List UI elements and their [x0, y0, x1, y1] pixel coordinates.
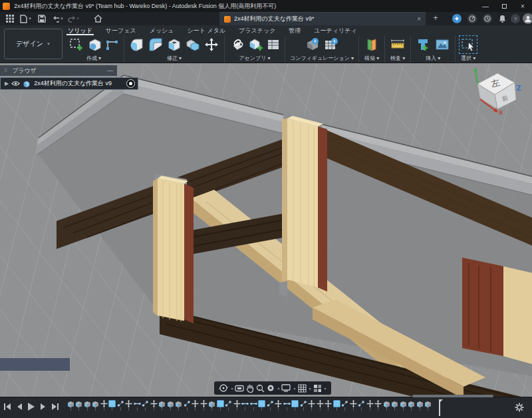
view-cube[interactable]: 左 前 X Z: [467, 65, 530, 115]
timeline-item-comp[interactable]: [158, 400, 167, 415]
timeline-settings-gear-icon[interactable]: [515, 403, 524, 415]
timeline-item-move[interactable]: [233, 400, 241, 415]
ribbon-tab-2[interactable]: メッシュ: [148, 26, 176, 35]
ribbon-tab-4[interactable]: プラスチック: [237, 26, 277, 35]
ribbon-tab-0[interactable]: ソリッド: [66, 26, 94, 35]
expand-chevron-icon[interactable]: ▶: [5, 81, 9, 87]
viewports-icon[interactable]: [313, 384, 322, 393]
tab-close-icon[interactable]: ×: [417, 15, 421, 23]
group-label-modify[interactable]: 修正 ▾: [167, 55, 182, 62]
display-settings-icon[interactable]: [281, 384, 291, 392]
move-copy-icon[interactable]: [203, 37, 219, 53]
timeline-item-joint[interactable]: [299, 400, 308, 415]
insert-canvas-icon[interactable]: [434, 37, 450, 53]
select-tool-icon[interactable]: [460, 37, 476, 53]
create-pattern-icon[interactable]: [106, 37, 119, 53]
group-label-inspect[interactable]: 検査 ▾: [390, 55, 405, 62]
timeline-item-bluebox[interactable]: [258, 400, 267, 415]
timeline-item-comp[interactable]: [66, 400, 75, 415]
ribbon-tab-5[interactable]: 管理: [287, 26, 302, 35]
timeline-item-jarrow[interactable]: [249, 400, 258, 415]
workspace-selector[interactable]: デザイン▼: [4, 29, 63, 59]
timeline-item-joint[interactable]: [142, 400, 150, 415]
create-box-icon[interactable]: [87, 37, 103, 53]
extensions-icon[interactable]: [452, 14, 462, 23]
close-button[interactable]: ×: [513, 0, 532, 12]
timeline-item-bluebox[interactable]: [216, 400, 225, 415]
timeline-item-jarrow[interactable]: [283, 400, 291, 415]
undo-icon[interactable]: ▼: [52, 13, 64, 25]
insert-derive-icon[interactable]: [416, 37, 432, 53]
group-label-insert[interactable]: 挿入 ▾: [426, 55, 440, 62]
measure-icon[interactable]: [390, 37, 406, 53]
timeline-item-jarrow[interactable]: [133, 400, 142, 415]
drag-grip-icon[interactable]: ⠿: [4, 68, 8, 73]
browser-root-item[interactable]: ▶ 2x4材利用の丈夫な作業台 v9: [0, 77, 138, 90]
group-label-assemble[interactable]: アセンブリ ▾: [239, 55, 270, 62]
timeline-item-comp[interactable]: [92, 400, 100, 415]
timeline-item-move[interactable]: [192, 400, 200, 415]
ribbon-tab-1[interactable]: サーフェス: [104, 26, 138, 35]
timeline-item-bluebox[interactable]: [332, 400, 341, 415]
file-menu-icon[interactable]: ▼: [20, 13, 32, 25]
configure-icon[interactable]: [305, 37, 321, 53]
timeline-item-comp[interactable]: [166, 400, 175, 415]
grid-snap-icon[interactable]: [298, 384, 307, 393]
timeline-item-move[interactable]: [275, 400, 283, 415]
step-back-button[interactable]: [15, 401, 24, 412]
maximize-button[interactable]: [495, 0, 513, 12]
joint-link-icon[interactable]: [229, 37, 245, 53]
play-button[interactable]: [27, 401, 36, 412]
fit-icon[interactable]: [267, 384, 275, 392]
timeline-item-move[interactable]: [150, 400, 158, 415]
timeline-item-joint[interactable]: [183, 400, 192, 415]
timeline-item-comp[interactable]: [208, 400, 217, 415]
timeline-item-comp[interactable]: [416, 400, 424, 415]
timeline-item-comp[interactable]: [382, 400, 391, 415]
timeline-item-comp[interactable]: [75, 400, 84, 415]
job-status-icon[interactable]: [467, 14, 477, 23]
browser-panel-header[interactable]: ⠿ ブラウザ —: [0, 65, 117, 76]
notifications-bell-icon[interactable]: [497, 14, 507, 23]
document-tab[interactable]: 2x4材利用の丈夫な作業台 v9* ×: [219, 12, 426, 25]
fillet-icon[interactable]: [148, 37, 164, 53]
shell-icon[interactable]: [166, 37, 182, 53]
timeline-item-joint[interactable]: [266, 400, 275, 415]
timeline-item-jarrow[interactable]: [241, 400, 250, 415]
group-label-configuration[interactable]: コンフィギュレーション ▾: [290, 55, 354, 62]
minimize-button[interactable]: —: [476, 0, 495, 12]
timeline-item-comp[interactable]: [175, 400, 184, 415]
timeline-item-move[interactable]: [374, 400, 383, 415]
construction-plane-icon[interactable]: [364, 37, 380, 53]
activate-component-radio[interactable]: [126, 79, 135, 88]
group-label-construct[interactable]: 構築 ▾: [364, 55, 379, 62]
app-grid-icon[interactable]: [4, 13, 16, 25]
timeline-item-comp[interactable]: [408, 400, 416, 415]
go-to-start-button[interactable]: [3, 401, 12, 412]
visibility-eye-icon[interactable]: [11, 81, 20, 87]
redo-icon[interactable]: ▼: [68, 13, 80, 25]
timeline-item-bluebox[interactable]: [291, 400, 300, 415]
timeline-item-comp[interactable]: [391, 400, 400, 415]
ribbon-tab-3[interactable]: シート メタル: [186, 26, 227, 35]
timeline-item-joint[interactable]: [225, 400, 233, 415]
home-icon[interactable]: [92, 13, 104, 25]
look-at-icon[interactable]: [235, 385, 244, 392]
collapsed-panel-bar[interactable]: [0, 358, 70, 371]
timeline-item-comp[interactable]: [83, 400, 92, 415]
ribbon-tab-6[interactable]: ユーティリティ: [313, 26, 358, 35]
configuration-table-icon[interactable]: [323, 37, 339, 53]
timeline-item-move[interactable]: [200, 400, 208, 415]
combine-icon[interactable]: [185, 37, 201, 53]
timeline-item-joint[interactable]: [358, 400, 366, 415]
save-icon[interactable]: [36, 13, 48, 25]
timeline-item-bluebox[interactable]: [108, 400, 117, 415]
go-to-end-button[interactable]: [51, 401, 60, 412]
bom-table-icon[interactable]: [267, 37, 280, 53]
timeline-item-move[interactable]: [100, 400, 108, 415]
timeline-item-move[interactable]: [316, 400, 325, 415]
new-tab-button[interactable]: +: [431, 14, 440, 23]
timeline-scrollbar[interactable]: [412, 395, 493, 397]
avatar[interactable]: [523, 13, 532, 24]
timeline-item-comp[interactable]: [424, 400, 433, 415]
